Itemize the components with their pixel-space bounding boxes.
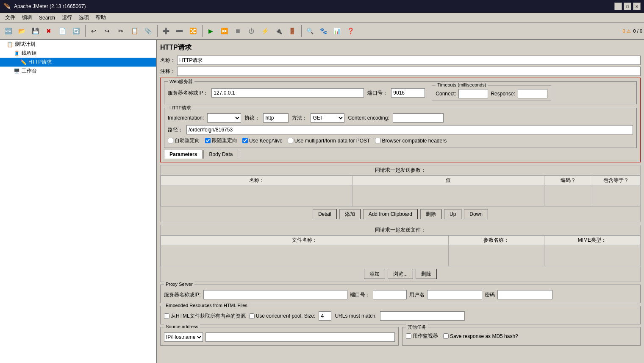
browse-button[interactable]: 浏览... [388,269,413,279]
multipart-checkbox[interactable]: Use multipart/form-data for POST [288,138,370,144]
tab-parameters[interactable]: Parameters [164,150,203,159]
workspace-icon: 🖥️ [14,68,20,74]
tb-close-button[interactable]: ✖ [42,25,55,37]
tb-toggle-button[interactable]: 🔀 [186,25,199,37]
up-button[interactable]: Up [444,209,461,219]
title-bar: 🪶 Apache JMeter (2.13 r1665067) — □ ✕ [0,0,644,13]
browser-headers-checkbox[interactable]: Browser-compatible headers [375,138,447,144]
tb-remote-start-button[interactable]: ⚡ [258,25,271,37]
tb-new-button[interactable]: 🆕 [2,25,14,37]
name-input[interactable] [177,56,641,65]
connect-input[interactable] [458,89,488,98]
concurrent-checkbox[interactable]: Use concurrent pool. Size: [249,313,316,319]
tab-body-data[interactable]: Body Data [203,150,238,159]
tb-remote-stop-button[interactable]: 🔌 [272,25,285,37]
source-address-input[interactable] [205,332,395,342]
method-select[interactable]: GETPOSTPUTDELETE [311,113,344,123]
md5-input[interactable] [443,333,449,339]
tree-item-workspace[interactable]: 🖥️ 工作台 [0,67,156,75]
encoding-input[interactable] [393,113,444,123]
browser-headers-input[interactable] [375,138,380,143]
proxy-section: Proxy Server 服务器名称或IP: 端口号： 用户名 密码 [160,285,641,303]
tb-collapse-button[interactable]: ➖ [173,25,186,37]
protocol-input[interactable] [263,113,289,123]
concurrent-size-input[interactable] [319,311,331,321]
menu-run[interactable]: 运行 [58,13,75,22]
menu-help[interactable]: 帮助 [92,13,109,22]
tree-label-thread-group: 线程组 [22,50,37,57]
proxy-pass-input[interactable] [497,290,552,299]
protocol-label: 协议： [244,114,260,122]
tb-redo-button[interactable]: ↪ [101,25,114,37]
col-name-header: 名称： [161,176,353,185]
multipart-input[interactable] [288,138,293,143]
tb-open-button[interactable]: 📂 [15,25,28,37]
minimize-button[interactable]: — [614,3,622,10]
embedded-checkbox[interactable]: 从HTML文件获取所有内容的资源 [164,313,246,320]
embedded-checkbox-input[interactable] [164,313,169,319]
error-count: 0 / 0 [633,28,642,34]
tb-revert-button[interactable]: 🔄 [69,25,82,37]
proxy-server-input[interactable] [203,290,347,299]
delete-button[interactable]: 删除 [420,209,441,219]
add-file-button[interactable]: 添加 [364,269,385,279]
tb-help-button[interactable]: ❓ [344,25,357,37]
files-btn-row: 添加 浏览... 删除 [161,266,640,282]
server-ip-input[interactable] [211,88,364,98]
monitor-input[interactable] [406,333,411,339]
tb-cut-button[interactable]: ✂ [114,25,127,37]
path-input[interactable] [186,125,633,134]
tb-save-button[interactable]: 💾 [29,25,42,37]
follow-redirect-checkbox[interactable]: 跟随重定向 [205,137,237,144]
down-button[interactable]: Down [464,209,488,219]
embedded-checkbox-label: 从HTML文件获取所有内容的资源 [171,313,246,320]
delete-file-button[interactable]: 删除 [416,269,437,279]
source-title: Source address [164,324,200,329]
tree-label-test-plan: 测试计划 [15,41,35,48]
response-input[interactable] [518,89,547,98]
port-input[interactable] [391,88,425,98]
tb-stop-button[interactable]: ⏹ [231,25,244,37]
keepalive-checkbox[interactable]: Use KeepAlive [242,138,283,144]
concurrent-checkbox-input[interactable] [249,313,255,319]
add-button[interactable]: 添加 [339,209,361,219]
menu-search[interactable]: Search [36,14,58,22]
file-col-name-header: 文件名称： [161,236,449,245]
follow-redirect-input[interactable] [205,138,211,143]
tb-remote-exit-button[interactable]: 🚪 [286,25,298,37]
urls-input[interactable] [380,311,465,321]
source-type-select[interactable]: IP/Hostname [164,332,203,342]
maximize-button[interactable]: □ [624,3,631,10]
tb-saveas-button[interactable]: 📄 [56,25,69,37]
tb-log-viewer-button[interactable]: 📊 [330,25,343,37]
tb-start-button[interactable]: ▶ [204,25,217,37]
tb-clear-button[interactable]: 🐾 [317,25,330,37]
proxy-user-input[interactable] [427,290,482,299]
menu-edit[interactable]: 编辑 [19,13,36,22]
detail-button[interactable]: Detail [313,209,337,219]
auto-redirect-input[interactable] [168,138,173,143]
tb-copy-button[interactable]: 📋 [128,25,141,37]
tb-start-nopauses-button[interactable]: ⏩ [218,25,230,37]
comment-input[interactable] [177,67,641,76]
impl-select[interactable] [207,113,241,123]
auto-redirect-checkbox[interactable]: 自动重定向 [168,137,200,144]
tree-item-test-plan[interactable]: 📋 测试计划 [0,40,156,49]
tree-item-thread-group[interactable]: 🧵 线程组 [0,49,156,58]
add-clipboard-button[interactable]: Add from Clipboard [363,209,418,219]
tb-search-button[interactable]: 🔍 [303,25,316,37]
menu-file[interactable]: 文件 [2,13,19,22]
embedded-section: Embedded Resources from HTML Files 从HTML… [160,306,641,324]
md5-checkbox[interactable]: Save response as MD5 hash? [443,333,518,339]
tb-shutdown-button[interactable]: ⏻ [245,25,258,37]
tree-item-http-request[interactable]: ✏️ HTTP请求 [0,58,156,67]
main-layout: 📋 测试计划 🧵 线程组 ✏️ HTTP请求 🖥️ 工作台 HTTP请求 名称：… [0,40,644,363]
menu-options[interactable]: 选项 [75,13,92,22]
keepalive-input[interactable] [242,138,248,143]
tb-expand-button[interactable]: ➕ [159,25,172,37]
monitor-checkbox[interactable]: 用作监视器 [406,332,438,340]
tb-paste-button[interactable]: 📎 [142,25,154,37]
proxy-port-input[interactable] [373,290,407,299]
close-button[interactable]: ✕ [633,3,641,10]
tb-undo-button[interactable]: ↩ [87,25,100,37]
